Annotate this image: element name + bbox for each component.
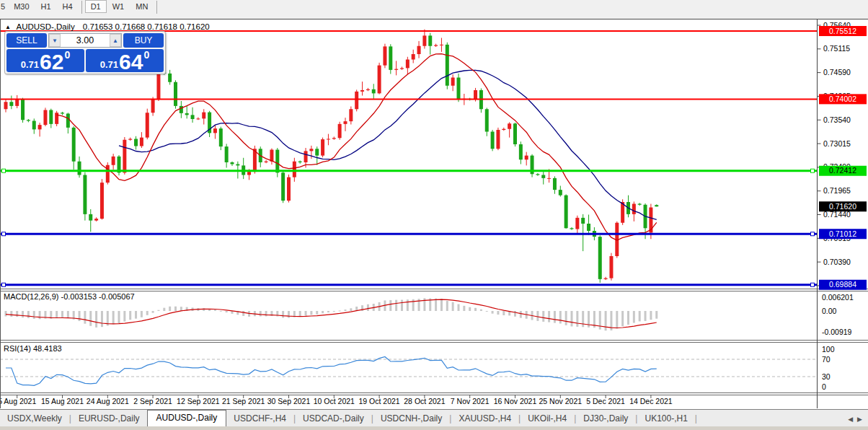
line-handle[interactable] [811, 232, 815, 236]
candle [446, 45, 449, 86]
tab-usdcnh-daily[interactable]: USDCNH-,Daily [373, 411, 449, 426]
tab-eurusd-daily[interactable]: EURUSD-,Daily [71, 411, 147, 426]
line-handle[interactable] [2, 232, 6, 236]
candle [146, 113, 149, 137]
candle [422, 35, 426, 45]
chart-title: ▲ AUDUSD-,Daily 0.71653 0.71668 0.71618 … [5, 22, 210, 31]
candle [474, 90, 477, 100]
candle [609, 256, 613, 278]
tab-ukoil-h4[interactable]: UKOil-,H4 [521, 411, 574, 426]
candle [225, 146, 229, 162]
candle [440, 45, 443, 45]
date-tick-label: 10 Oct 2021 [314, 397, 355, 405]
candle [275, 150, 279, 173]
candle [298, 162, 302, 162]
candle [174, 82, 177, 106]
candle [587, 224, 590, 231]
candle [185, 113, 189, 115]
sell-price-pips: 62 [40, 52, 63, 71]
tab-scroll-right-icon[interactable]: ▶ [857, 416, 862, 423]
buy-button[interactable]: BUY [123, 33, 164, 48]
buy-price-button[interactable]: 0.71 64 0 [86, 49, 164, 72]
candle [55, 113, 58, 124]
candle [140, 138, 143, 146]
collapse-trade-panel-icon[interactable]: ▲ [5, 24, 11, 30]
candle [389, 46, 392, 70]
candle [570, 228, 574, 229]
candle [485, 109, 489, 131]
date-tick-label: 24 Aug 2021 [87, 397, 129, 405]
candle [270, 150, 273, 162]
candle [32, 121, 36, 130]
candle [196, 118, 200, 119]
line-handle[interactable] [2, 169, 6, 172]
timeframe-button-h4[interactable]: H4 [57, 0, 79, 13]
line-handle[interactable] [811, 283, 815, 286]
candle [66, 114, 70, 128]
candle [598, 237, 602, 279]
buy-price-point: 0 [143, 50, 149, 60]
tab-scroll-buttons: ◀ ▶ [848, 416, 868, 426]
price-tick-label: 0.71965 [823, 186, 851, 195]
candle [89, 214, 92, 221]
candle [383, 46, 386, 65]
tab-dj30-daily[interactable]: DJ30-,Daily [576, 411, 635, 426]
date-tick-label: 15 Aug 2021 [41, 397, 84, 405]
volume-increase-icon[interactable]: ▲ [110, 34, 121, 47]
tab-uk100-h1[interactable]: UK100-,H1 [637, 411, 694, 426]
candle [457, 78, 461, 100]
timeframe-button-w1[interactable]: W1 [107, 0, 130, 13]
tab-usdchf-h4[interactable]: USDCHF-,H4 [226, 411, 293, 426]
sell-price-button[interactable]: 0.71 62 0 [6, 49, 84, 72]
candle [360, 90, 364, 92]
candle [496, 130, 500, 149]
candle [43, 110, 47, 126]
one-click-trade-panel: SELL ▼ 3.00 ▲ BUY 0.71 62 0 0.71 64 0 [4, 31, 166, 74]
price-tick-label: 0.75115 [823, 44, 850, 53]
price-tick-label: 0.73015 [823, 139, 851, 148]
candle [128, 139, 132, 140]
sell-price-point: 0 [64, 50, 70, 60]
candle [151, 100, 155, 113]
candle [61, 113, 64, 113]
toolbar-separator [81, 1, 82, 14]
candle [559, 190, 562, 196]
candle [38, 125, 42, 129]
candle [451, 78, 455, 86]
date-tick-label: 7 Nov 2021 [451, 397, 490, 405]
tab-scroll-left-icon[interactable]: ◀ [848, 416, 853, 423]
ma-slow-line[interactable] [119, 70, 657, 219]
line-handle[interactable] [811, 169, 815, 172]
timeframe-button-mn[interactable]: MN [130, 0, 154, 13]
candle [247, 172, 251, 175]
sell-price-prefix: 0.71 [21, 60, 39, 69]
tab-audusd-daily[interactable]: AUDUSD-,Daily [147, 410, 227, 426]
candle [541, 175, 545, 178]
timeframe-button-5[interactable]: 5 [0, 0, 8, 13]
chart-canvas[interactable]: 0.756400.751150.745900.740650.735400.730… [0, 19, 868, 408]
candle [219, 128, 223, 146]
candle [366, 89, 370, 90]
candle [394, 69, 398, 70]
rsi-indicator-label: RSI(14) 48.4183 [4, 344, 62, 353]
timeframe-button-d1[interactable]: D1 [85, 0, 107, 13]
volume-decrease-icon[interactable]: ▼ [49, 34, 61, 47]
candle [332, 138, 336, 139]
date-tick-label: 30 Sep 2021 [267, 397, 311, 405]
candle [428, 35, 432, 45]
candle [265, 162, 268, 162]
toolbar-separator [156, 1, 157, 14]
tab-usdx-weekly[interactable]: USDX,Weekly [0, 411, 69, 426]
date-tick-label: 25 Nov 2021 [539, 397, 583, 405]
price-tick-label: 0.74590 [823, 68, 851, 76]
price-badge-label: 0.71012 [829, 229, 856, 238]
timeframe-button-h1[interactable]: H1 [35, 0, 57, 13]
volume-input[interactable]: 3.00 [61, 34, 110, 47]
tab-xauusd-h4[interactable]: XAUUSD-,H4 [451, 411, 518, 426]
tab-usdcad-daily[interactable]: USDCAD-,Daily [296, 411, 371, 426]
line-handle[interactable] [2, 283, 6, 286]
sell-button[interactable]: SELL [6, 33, 47, 48]
timeframe-button-m30[interactable]: M30 [8, 0, 35, 13]
price-badge-label: 0.75512 [829, 27, 856, 35]
candle [180, 106, 183, 113]
